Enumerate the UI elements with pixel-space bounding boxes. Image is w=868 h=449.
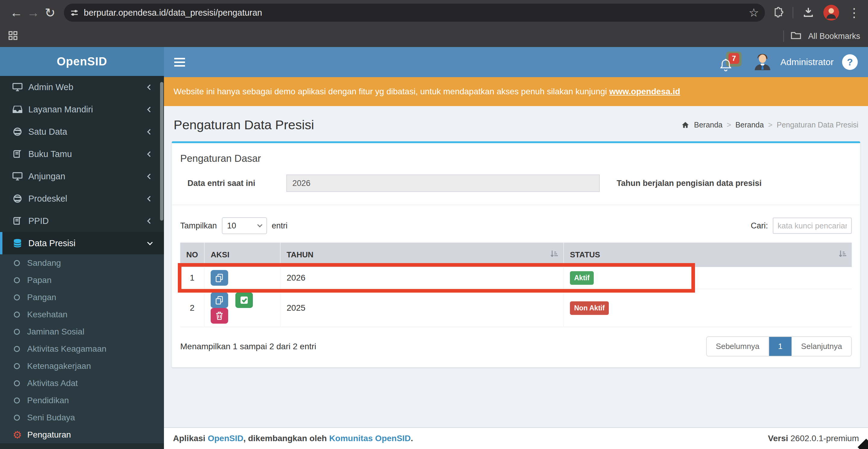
row-actions	[204, 289, 280, 327]
sidebar-subitem-pengaturan[interactable]: ⚙ Pengaturan	[0, 426, 164, 443]
browser-menu-icon[interactable]: ⋮	[848, 6, 860, 20]
main-area: 7	[164, 47, 868, 449]
forward-button[interactable]: →	[25, 4, 41, 21]
user-name[interactable]: Administrator	[780, 57, 834, 67]
footer-middle-text: , dikembangkan oleh	[243, 434, 329, 443]
back-button[interactable]: ←	[8, 4, 25, 21]
col-header-status[interactable]: STATUS	[564, 243, 852, 267]
chevron-left-icon	[147, 173, 153, 179]
user-avatar[interactable]	[753, 52, 772, 72]
hamburger-menu-icon[interactable]	[174, 58, 188, 67]
settings-card: Pengaturan Dasar Data entri saat ini Tah…	[172, 141, 860, 367]
copy-button[interactable]	[211, 270, 228, 286]
download-icon[interactable]	[802, 6, 814, 19]
database-icon	[11, 238, 24, 248]
table-row: 1 2026	[180, 267, 852, 289]
reload-button[interactable]: ↻	[41, 4, 59, 21]
banner-link[interactable]: www.opendesa.id	[610, 87, 680, 96]
version-value: 2602.0.1-premium	[790, 434, 859, 443]
chevron-left-icon	[147, 151, 153, 157]
row-tahun: 2026	[280, 267, 564, 289]
sidebar-item-ppid[interactable]: PPID	[0, 210, 164, 232]
pagination-page-1[interactable]: 1	[769, 337, 792, 356]
sidebar-item-prodeskel[interactable]: Prodeskel	[0, 187, 164, 210]
address-bar[interactable]: berputar.opendesa.id/data_presisi/pengat…	[64, 4, 765, 22]
sidebar-item-data-presisi[interactable]: Data Presisi	[0, 232, 164, 254]
sort-icon[interactable]	[550, 250, 558, 260]
sidebar-subitem-pendidikan[interactable]: Pendidikan	[0, 392, 164, 409]
sidebar-item-buku-tamu[interactable]: Buku Tamu	[0, 143, 164, 165]
pagination-prev[interactable]: Sebelumnya	[707, 337, 769, 356]
all-bookmarks-label[interactable]: All Bookmarks	[808, 32, 860, 41]
circle-icon	[14, 415, 20, 421]
book-icon	[11, 216, 24, 225]
tab-grid-icon[interactable]	[8, 30, 18, 42]
all-bookmarks-folder-icon	[790, 31, 801, 42]
version-label: Versi	[768, 434, 790, 443]
circle-icon	[14, 363, 20, 369]
sidebar-subitem-ketenagakerjaan[interactable]: Ketenagakerjaan	[0, 357, 164, 375]
app-logo[interactable]: OpenSID	[0, 47, 164, 76]
browser-actions: ⋮	[772, 5, 860, 21]
col-header-tahun[interactable]: TAHUN	[280, 243, 564, 267]
activate-button[interactable]	[236, 292, 253, 308]
breadcrumb-beranda-1[interactable]: Beranda	[694, 121, 723, 129]
footer-community-link[interactable]: Komunitas OpenSID	[329, 434, 411, 443]
circle-icon	[14, 397, 20, 404]
home-icon	[681, 121, 689, 129]
banner-text: Website ini hanya sebagai demo aplikasi …	[174, 87, 610, 96]
browser-chrome: ← → ↻ berputar.opendesa.id/data_presisi/…	[0, 0, 868, 47]
chevron-left-icon	[147, 107, 153, 112]
search-input[interactable]	[773, 218, 852, 234]
bell-icon	[719, 57, 733, 73]
col-header-aksi[interactable]: AKSI	[204, 243, 280, 267]
top-navbar: 7	[164, 47, 868, 77]
sidebar-subitem-sandang[interactable]: Sandang	[0, 254, 164, 271]
sidebar-scrollbar[interactable]	[160, 82, 163, 221]
status-badge: Aktif	[570, 271, 594, 285]
circle-icon	[14, 260, 20, 266]
content-area: Pengaturan Data Presisi Beranda > Berand…	[164, 106, 868, 427]
sidebar-item-admin-web[interactable]: Admin Web	[0, 76, 164, 98]
sidebar-item-satu-data[interactable]: Satu Data	[0, 121, 164, 143]
sidebar-subitem-jaminan-sosial[interactable]: Jaminan Sosial	[0, 323, 164, 340]
row-status: Aktif	[564, 267, 852, 289]
col-header-no[interactable]: NO	[180, 243, 204, 267]
entries-label: entri	[272, 221, 288, 230]
copy-button[interactable]	[211, 292, 228, 308]
row-status: Non Aktif	[564, 289, 852, 327]
site-settings-icon[interactable]	[70, 8, 79, 17]
bookmark-star-icon[interactable]: ☆	[749, 6, 759, 19]
sidebar-subitem-kesehatan[interactable]: Kesehatan	[0, 306, 164, 323]
page-title: Pengaturan Data Presisi	[174, 118, 314, 132]
screen: ← → ↻ berputar.opendesa.id/data_presisi/…	[0, 0, 868, 449]
sidebar-subitem-seni-budaya[interactable]: Seni Budaya	[0, 409, 164, 426]
table-info: Menampilkan 1 sampai 2 dari 2 entri	[180, 342, 316, 351]
browser-profile-avatar[interactable]	[824, 5, 839, 21]
sidebar-item-anjungan[interactable]: Anjungan	[0, 165, 164, 187]
pagination-next[interactable]: Selanjutnya	[792, 337, 851, 356]
sidebar-item-layanan-mandiri[interactable]: Layanan Mandiri	[0, 98, 164, 121]
sidebar-subitem-aktivitas-adat[interactable]: Aktivitas Adat	[0, 375, 164, 392]
extensions-icon[interactable]	[772, 6, 784, 19]
footer-opensid-link[interactable]: OpenSID	[208, 434, 243, 443]
sidebar-subitem-pangan[interactable]: Pangan	[0, 289, 164, 306]
app-footer: Aplikasi OpenSID, dikembangkan oleh Komu…	[164, 427, 868, 449]
notifications-button[interactable]: 7	[719, 52, 737, 73]
circle-icon	[14, 277, 20, 283]
breadcrumb-beranda-2[interactable]: Beranda	[735, 121, 764, 129]
page-length-select[interactable]: 10	[222, 217, 267, 234]
sidebar-subitem-aktivitas-keagamaan[interactable]: Aktivitas Keagamaan	[0, 340, 164, 357]
data-table-wrap: NO AKSI TAHUN	[180, 243, 852, 327]
sidebar-subitem-papan[interactable]: Papan	[0, 271, 164, 289]
data-entri-input[interactable]	[286, 174, 600, 192]
sort-icon[interactable]	[838, 250, 846, 260]
delete-button[interactable]	[211, 308, 228, 324]
app-window: OpenSID Admin Web Layanan Man	[0, 47, 868, 449]
desktop-icon	[11, 83, 24, 92]
row-tahun: 2025	[280, 289, 564, 327]
search-label: Cari:	[751, 221, 768, 230]
gear-icon: ⚙	[13, 429, 22, 441]
help-icon[interactable]: ?	[842, 54, 858, 70]
globe-icon	[11, 127, 24, 136]
